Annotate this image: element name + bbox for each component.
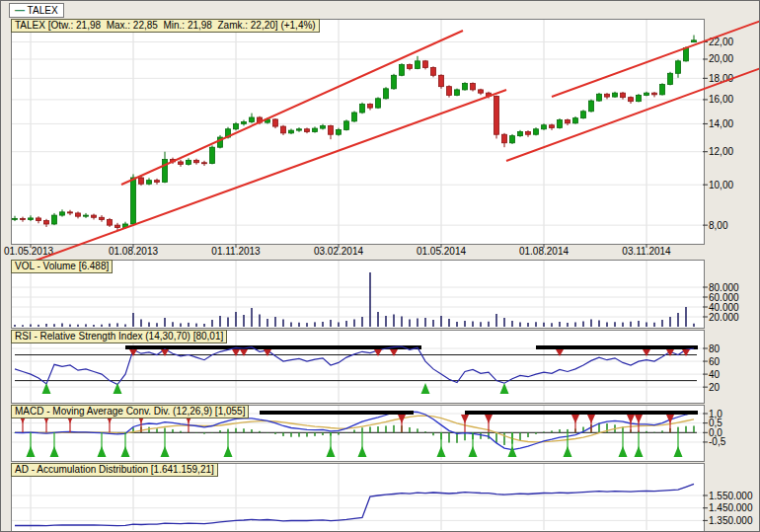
price-info-label[interactable]: TALEX [Otw.: 21,98 Max.: 22,85 Min.: 21,… — [11, 19, 320, 33]
price-y-tick-label: 16,00 — [709, 94, 733, 105]
price-y-tick-label: 12,00 — [709, 146, 733, 157]
series-line-swatch: — — [15, 5, 25, 16]
macd-y-tick-label: 0,0 — [709, 427, 722, 438]
series-legend[interactable]: — TALEX — [9, 3, 64, 18]
ad-y-tick-label: 1.550.000 — [709, 491, 753, 501]
price-y-tick-label: 22,00 — [709, 37, 733, 47]
price-y-tick-label: 18,00 — [709, 73, 733, 84]
volume-y-tick-label: 80.000 — [709, 282, 739, 293]
volume-indicator-label[interactable]: VOL - Volume [6.488] — [11, 260, 113, 273]
price-y-tick-label: 20,00 — [709, 53, 733, 64]
volume-y-tick-label: 40.000 — [709, 302, 739, 313]
series-legend-label: TALEX — [28, 5, 58, 16]
x-axis-label: 03.11.2014 — [622, 246, 671, 257]
price-y-tick-label: 8,00 — [709, 220, 728, 231]
rsi-indicator-label[interactable]: RSI - Relative Strength Index (14,30,70)… — [11, 330, 227, 343]
rsi-y-tick-label: 80 — [709, 343, 721, 354]
ad-y-tick-label: 1.350.000 — [709, 515, 753, 526]
macd-y-tick-label: 1,0 — [709, 409, 722, 419]
charting-app-window: — TALEX 22,0020,0018,0016,0014,0012,0010… — [0, 0, 760, 532]
macd-y-tick-label: -0,5 — [709, 436, 726, 447]
x-axis-label: 01.08.2013 — [109, 246, 158, 257]
volume-y-tick-label: 20.000 — [709, 312, 739, 323]
ad-y-tick-label: 1.450.000 — [709, 502, 753, 513]
x-axis-label: 01.11.2013 — [211, 246, 261, 257]
rsi-y-tick-label: 40 — [709, 369, 721, 380]
x-axis-label: 01.08.2014 — [519, 246, 569, 257]
macd-indicator-label[interactable]: MACD - Moving Average Conv. Div. (12,26,… — [11, 405, 249, 418]
main-price-panel[interactable] — [11, 19, 705, 245]
rsi-y-tick-label: 60 — [709, 356, 721, 367]
rsi-y-tick-label: 20 — [709, 382, 721, 393]
price-y-tick-label: 14,00 — [709, 118, 733, 129]
x-axis-label: 03.02.2014 — [314, 246, 363, 257]
x-axis-label: 01.05.2014 — [417, 246, 466, 257]
volume-y-tick-label: 60.000 — [709, 292, 739, 303]
x-axis-label: 01.05.2013 — [4, 246, 53, 257]
macd-y-tick-label: 0,5 — [709, 418, 722, 428]
volume-panel[interactable] — [11, 260, 705, 329]
price-y-tick-label: 10,00 — [709, 180, 733, 190]
ad-indicator-label[interactable]: AD - Accumulation Distribution [1.641.15… — [11, 463, 218, 477]
